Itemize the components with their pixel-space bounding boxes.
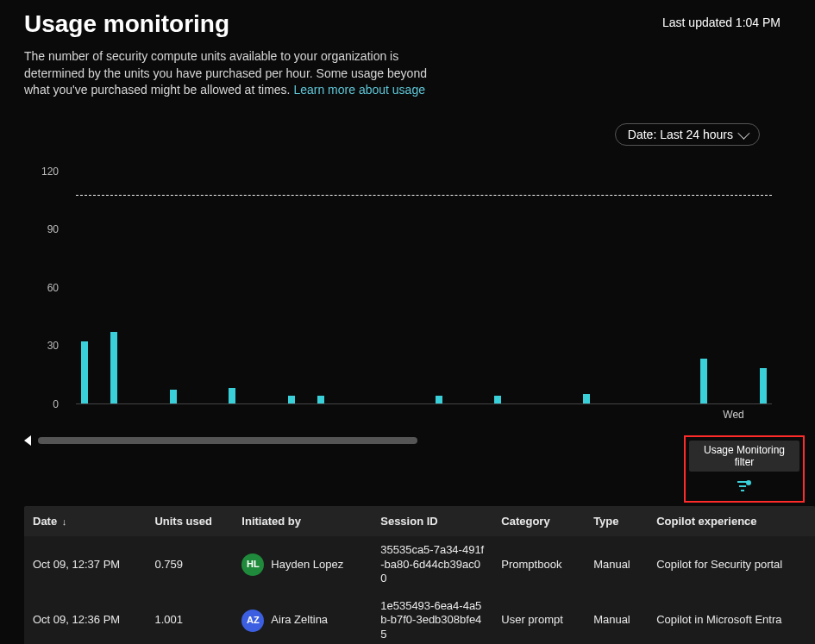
scroll-left-icon[interactable]	[24, 435, 31, 446]
y-tick: 30	[47, 340, 59, 352]
horizontal-scrollbar[interactable]	[38, 437, 417, 444]
col-copilot-exp[interactable]: Copilot experience	[648, 506, 815, 537]
bar[interactable]	[700, 359, 707, 403]
bar[interactable]	[317, 396, 324, 403]
bar[interactable]	[583, 394, 590, 403]
bar-slot	[197, 172, 208, 403]
bar[interactable]	[110, 332, 117, 403]
col-initiated[interactable]: Initiated by	[233, 506, 372, 537]
page-description: The number of security compute units ava…	[0, 38, 483, 99]
cell-session-id: 35535ca5-7a34-491f-ba80-6d44cb39ac00	[372, 536, 492, 592]
bar-slot	[227, 172, 237, 403]
cell-date: Oct 09, 12:36 PM	[24, 592, 146, 644]
bar-slot	[699, 172, 709, 403]
usage-chart: 0306090120 Wed	[24, 172, 781, 430]
usage-table: Date ↓ Units used Initiated by Session I…	[24, 506, 815, 644]
bar-slot	[551, 172, 561, 403]
bar-slot	[316, 172, 326, 403]
bar-slot: Wed	[728, 172, 738, 403]
table-row[interactable]: Oct 09, 12:36 PM1.001AZAira Zeltina1e535…	[24, 592, 815, 644]
y-tick: 90	[47, 223, 59, 235]
date-range-filter[interactable]: Date: Last 24 hours	[615, 123, 760, 146]
bar[interactable]	[81, 341, 88, 403]
usage-filter-callout: Usage Monitoring filter	[684, 435, 805, 503]
bar-slot	[345, 172, 355, 403]
filter-icon	[737, 480, 752, 492]
bar[interactable]	[436, 396, 442, 403]
bar-slot	[758, 172, 768, 403]
cell-date: Oct 09, 12:37 PM	[24, 536, 146, 592]
col-session[interactable]: Session ID	[372, 506, 492, 537]
bar[interactable]	[288, 396, 295, 403]
col-type[interactable]: Type	[585, 506, 648, 537]
bar-slot	[79, 172, 90, 403]
page-title: Usage monitoring	[24, 10, 229, 38]
cell-copilot-experience: Copilot for Security portal	[648, 536, 815, 592]
bar-slot	[669, 172, 680, 403]
y-tick: 0	[53, 398, 59, 410]
cell-type: Manual	[585, 592, 648, 644]
bar-slot	[138, 172, 148, 403]
bar[interactable]	[170, 390, 177, 403]
chevron-down-icon	[737, 127, 749, 139]
bar-slot	[256, 172, 266, 403]
col-units[interactable]: Units used	[146, 506, 233, 537]
cell-initiated-by: HLHayden Lopez	[233, 536, 372, 592]
col-date[interactable]: Date ↓	[24, 506, 146, 537]
cell-session-id: 1e535493-6ea4-4a5b-b7f0-3edb308bfe45	[372, 592, 492, 644]
cell-copilot-experience: Copilot in Microsoft Entra	[648, 592, 815, 644]
bar-slot	[463, 172, 473, 403]
cell-units: 1.001	[146, 592, 233, 644]
bar-slot	[109, 172, 119, 403]
date-range-label: Date: Last 24 hours	[628, 128, 733, 141]
cell-type: Manual	[585, 536, 648, 592]
x-tick-label: Wed	[723, 409, 743, 421]
initiator-name: Aira Zeltina	[271, 613, 328, 627]
learn-more-link[interactable]: Learn more about usage	[293, 83, 425, 97]
y-tick: 120	[41, 166, 59, 178]
usage-filter-tooltip: Usage Monitoring filter	[689, 441, 799, 472]
bar-slot	[404, 172, 414, 403]
cell-initiated-by: AZAira Zeltina	[233, 592, 372, 644]
initiator-name: Hayden Lopez	[271, 558, 343, 572]
bar-slot	[433, 172, 443, 403]
bar-slot	[522, 172, 532, 403]
avatar: HL	[241, 553, 264, 576]
bar-slot	[168, 172, 179, 403]
svg-point-3	[746, 480, 751, 485]
table-row[interactable]: Oct 09, 12:37 PM0.759HLHayden Lopez35535…	[24, 536, 815, 592]
bar[interactable]	[229, 388, 235, 403]
avatar: AZ	[241, 610, 264, 632]
bar-slot	[285, 172, 296, 403]
col-date-label: Date	[33, 515, 57, 528]
cell-category: Promptbook	[492, 536, 585, 592]
bar-slot	[611, 172, 621, 403]
bar-slot	[580, 172, 591, 403]
bar-slot	[374, 172, 385, 403]
bar[interactable]	[494, 396, 501, 403]
cell-units: 0.759	[146, 536, 233, 592]
cell-category: User prompt	[492, 592, 585, 644]
bar-slot	[492, 172, 503, 403]
sort-desc-icon: ↓	[62, 516, 67, 527]
y-tick: 60	[47, 282, 59, 294]
col-category[interactable]: Category	[492, 506, 585, 537]
usage-filter-button[interactable]	[689, 480, 799, 497]
last-updated-text: Last updated 1:04 PM	[662, 10, 781, 29]
bar-slot	[640, 172, 650, 403]
bar[interactable]	[760, 368, 767, 403]
